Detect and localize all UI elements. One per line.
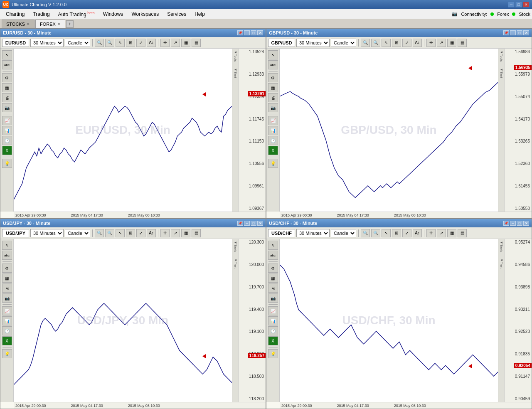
tab-forex-close[interactable]: ✕ [57, 22, 61, 26]
gbpusd-tool-grid[interactable]: ▦ [268, 83, 278, 92]
usdjpy-tool-print[interactable]: 🖨 [2, 283, 12, 293]
gbpusd-crosshair[interactable]: ✛ [426, 39, 436, 47]
gbpusd-charttype-select[interactable]: Candle [331, 39, 356, 47]
chart-eurusd-max[interactable]: □ [251, 30, 256, 35]
eurusd-bar1[interactable]: ▦ [181, 39, 190, 47]
chart-gbpusd-max[interactable]: □ [517, 30, 522, 35]
chart-eurusd-close[interactable]: ✕ [257, 30, 263, 35]
gbpusd-fit[interactable]: ⤢ [402, 39, 411, 47]
usdjpy-cursor[interactable]: ↖ [116, 229, 125, 237]
chart-usdjpy-main[interactable]: USD/JPY, 30 Min [14, 239, 232, 402]
tab-forex[interactable]: FOREX ✕ [35, 20, 65, 28]
menu-services[interactable]: Services [163, 10, 190, 18]
eurusd-tool-chart2[interactable]: 📊 [2, 126, 12, 135]
eurusd-cursor[interactable]: ↖ [116, 39, 125, 47]
usdchf-zoom-out[interactable]: 🔍 [371, 229, 380, 237]
eurusd-text[interactable]: A↕ [147, 39, 156, 47]
gbpusd-tool-print[interactable]: 🖨 [268, 93, 278, 102]
usdjpy-tool-camera[interactable]: 📷 [2, 293, 12, 303]
eurusd-zoom-in[interactable]: 🔍 [95, 39, 104, 47]
chart-eurusd-min[interactable]: ─ [244, 30, 250, 35]
gbpusd-bar2[interactable]: ▤ [458, 39, 467, 47]
eurusd-bar2[interactable]: ▤ [192, 39, 201, 47]
gbpusd-symbol-input[interactable] [268, 39, 295, 47]
usdchf-tool-cursor[interactable]: ↖ [268, 241, 278, 250]
tab-add-button[interactable]: + [66, 20, 74, 28]
eurusd-tool-gear[interactable]: ⚙ [2, 73, 12, 82]
usdchf-tool-chart[interactable]: 📈 [268, 306, 278, 315]
chart-usdjpy-close[interactable]: ✕ [257, 221, 263, 226]
usdjpy-crosshair[interactable]: ✛ [160, 229, 170, 237]
camera-icon[interactable]: 📷 [452, 11, 458, 17]
chart-usdchf-min[interactable]: ─ [510, 221, 516, 226]
chart-eurusd-pin[interactable]: 📌 [237, 30, 243, 35]
gbpusd-zoom-area[interactable]: ⊞ [392, 39, 401, 47]
usdjpy-tool-chart2[interactable]: 📊 [2, 316, 12, 325]
menu-trading[interactable]: Trading [29, 10, 54, 18]
menu-charting[interactable]: Charting [2, 10, 29, 18]
eurusd-zoom-out[interactable]: 🔍 [105, 39, 114, 47]
usdchf-bar1[interactable]: ▦ [447, 229, 456, 237]
usdchf-line[interactable]: ↗ [437, 229, 446, 237]
eurusd-tool-excel[interactable]: X [2, 146, 12, 155]
usdchf-tool-grid[interactable]: ▦ [268, 273, 278, 283]
usdchf-cursor[interactable]: ↖ [382, 229, 391, 237]
chart-usdjpy-min[interactable]: ─ [244, 221, 250, 226]
usdchf-tool-excel[interactable]: X [268, 336, 278, 345]
eurusd-fit[interactable]: ⤢ [136, 39, 145, 47]
gbpusd-timeframe-select[interactable]: 30 Minutes [296, 39, 330, 47]
usdjpy-tool-chart[interactable]: 📈 [2, 306, 12, 315]
maximize-button[interactable]: □ [515, 2, 522, 7]
usdchf-zoom-in[interactable]: 🔍 [361, 229, 370, 237]
menu-help[interactable]: Help [190, 10, 209, 18]
gbpusd-tool-excel[interactable]: X [268, 146, 278, 155]
close-button[interactable]: ✕ [523, 2, 530, 7]
gbpusd-line[interactable]: ↗ [437, 39, 446, 47]
gbpusd-zoom-in[interactable]: 🔍 [361, 39, 370, 47]
usdchf-charttype-select[interactable]: Candle [331, 229, 356, 237]
chart-eurusd-main[interactable]: EUR/USD, 30 Min [14, 49, 232, 212]
eurusd-line[interactable]: ↗ [171, 39, 180, 47]
usdjpy-text[interactable]: A↕ [147, 229, 156, 237]
eurusd-timeframe-select[interactable]: 30 Minutes [30, 39, 64, 47]
usdjpy-bar2[interactable]: ▤ [192, 229, 201, 237]
chart-gbpusd-close[interactable]: ✕ [523, 30, 529, 35]
menu-windows[interactable]: Windows [99, 10, 128, 18]
chart-usdjpy-max[interactable]: □ [251, 221, 256, 226]
usdjpy-zoom-in[interactable]: 🔍 [95, 229, 104, 237]
usdchf-bar2[interactable]: ▤ [458, 229, 467, 237]
tab-stocks-close[interactable]: ✕ [27, 22, 30, 26]
gbpusd-tool-clock[interactable]: 🕐 [268, 136, 278, 145]
eurusd-symbol-input[interactable] [2, 39, 29, 47]
usdchf-timeframe-select[interactable]: 30 Minutes [296, 229, 330, 237]
gbpusd-tool-cursor[interactable]: ↖ [268, 50, 278, 59]
eurusd-tool-grid[interactable]: ▦ [2, 83, 12, 92]
chart-usdchf-max[interactable]: □ [517, 221, 522, 226]
usdchf-tool-print[interactable]: 🖨 [268, 283, 278, 293]
usdjpy-zoom-out[interactable]: 🔍 [105, 229, 114, 237]
usdchf-tool-camera[interactable]: 📷 [268, 293, 278, 303]
gbpusd-tool-gear[interactable]: ⚙ [268, 73, 278, 82]
eurusd-zoom-area[interactable]: ⊞ [126, 39, 135, 47]
usdjpy-line[interactable]: ↗ [171, 229, 180, 237]
chart-gbpusd-main[interactable]: GBP/USD, 30 Min [280, 49, 498, 212]
eurusd-tool-print[interactable]: 🖨 [2, 93, 12, 102]
eurusd-tool-cursor[interactable]: ↖ [2, 50, 12, 59]
usdchf-tool-gear[interactable]: ⚙ [268, 264, 278, 273]
gbpusd-tool-abc[interactable]: abc [268, 60, 278, 69]
usdjpy-charttype-select[interactable]: Candle [65, 229, 90, 237]
usdchf-text[interactable]: A↕ [413, 229, 422, 237]
eurusd-charttype-select[interactable]: Candle [65, 39, 90, 47]
eurusd-crosshair[interactable]: ✛ [160, 39, 170, 47]
usdjpy-tool-abc[interactable]: abc [2, 251, 12, 260]
usdjpy-bar1[interactable]: ▦ [181, 229, 190, 237]
usdchf-tool-clock[interactable]: 🕐 [268, 326, 278, 335]
eurusd-tool-clock[interactable]: 🕐 [2, 136, 12, 145]
chart-usdchf-pin[interactable]: 📌 [503, 221, 509, 226]
gbpusd-tool-chart2[interactable]: 📊 [268, 126, 278, 135]
usdchf-symbol-input[interactable] [268, 229, 295, 237]
usdjpy-tool-clock[interactable]: 🕐 [2, 326, 12, 335]
usdjpy-fit[interactable]: ⤢ [136, 229, 145, 237]
gbpusd-text[interactable]: A↕ [413, 39, 422, 47]
gbpusd-tool-camera[interactable]: 📷 [268, 103, 278, 112]
